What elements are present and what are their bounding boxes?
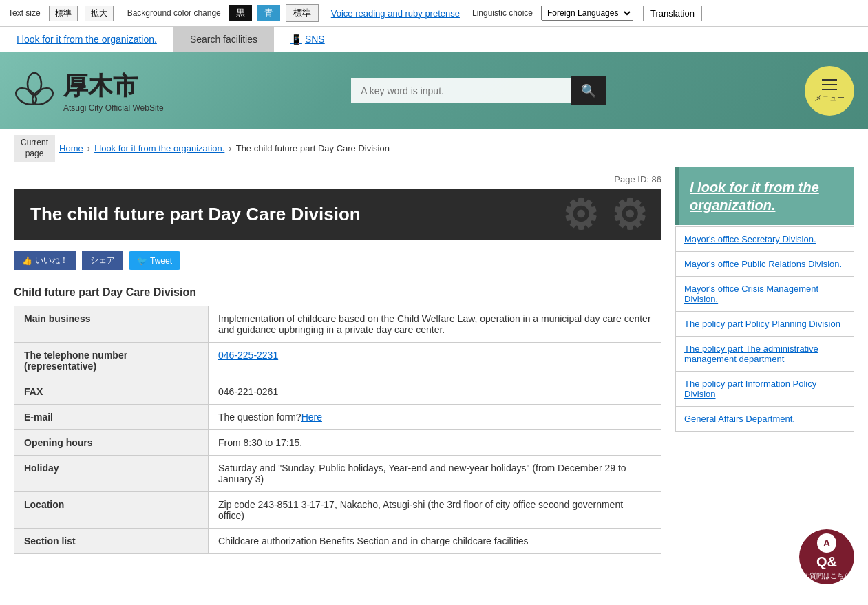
sidebar-links-list: Mayor's office Secretary Division.Mayor'… bbox=[675, 226, 854, 432]
sidebar-org-title[interactable]: I look for it from the organization. bbox=[690, 178, 843, 214]
table-row: The telephone number (representative)046… bbox=[14, 343, 661, 379]
table-row-content: From 8:30 to 17:15. bbox=[209, 430, 661, 456]
qa-letters: Q& bbox=[816, 554, 837, 570]
phone-link[interactable]: 046-225-2231 bbox=[218, 350, 278, 361]
table-row: Main businessImplementation of childcare… bbox=[14, 306, 661, 343]
table-row-header: Main business bbox=[14, 306, 209, 343]
table-row: E-mailThe question form?Here bbox=[14, 405, 661, 430]
table-row-content: 046-225-2231 bbox=[209, 343, 661, 379]
tab-organization[interactable]: I look for it from the organization. bbox=[0, 27, 173, 52]
bg-blue-btn[interactable]: 青 bbox=[257, 5, 280, 21]
table-row-content: Zip code 243-8511 3-17-17, Nakacho, Atsu… bbox=[209, 492, 661, 529]
tweet-button[interactable]: 🐦 Tweet bbox=[129, 251, 180, 270]
sidebar-link[interactable]: Mayor's office Crisis Management Divisio… bbox=[676, 277, 854, 311]
sidebar-link[interactable]: Mayor's office Secretary Division. bbox=[676, 227, 854, 251]
menu-button[interactable]: メニュー bbox=[805, 66, 854, 116]
site-header: 厚木市 Atsugi City Official WebSite 🔍 メニュー bbox=[0, 52, 868, 129]
voice-reading-link[interactable]: Voice reading and ruby pretense bbox=[331, 8, 460, 19]
breadcrumb-current: The child future part Day Care Division bbox=[236, 143, 390, 153]
facebook-like-button[interactable]: 👍 いいね！ bbox=[14, 251, 76, 270]
search-area: 🔍 bbox=[351, 76, 606, 105]
qa-avatar: A bbox=[817, 533, 836, 553]
table-row: Section listChildcare authorization Bene… bbox=[14, 529, 661, 554]
svg-point-0 bbox=[28, 73, 41, 95]
bg-standard-btn[interactable]: 標準 bbox=[286, 4, 319, 22]
tab-search-facilities[interactable]: Search facilities bbox=[173, 27, 274, 52]
list-item: The policy part Policy Planning Division bbox=[676, 312, 854, 337]
list-item: Mayor's office Public Relations Division… bbox=[676, 252, 854, 277]
current-page-badge: Current page bbox=[14, 135, 55, 162]
sidebar-link[interactable]: General Affairs Department. bbox=[676, 407, 854, 431]
menu-label: メニュー bbox=[814, 93, 845, 103]
section-heading: Child future part Day Care Division bbox=[14, 286, 661, 299]
content-area: Page ID: 86 The child future part Day Ca… bbox=[14, 167, 675, 568]
table-row-header: Opening hours bbox=[14, 430, 209, 456]
search-input[interactable] bbox=[351, 78, 571, 103]
search-button[interactable]: 🔍 bbox=[571, 76, 606, 105]
hamburger-icon bbox=[822, 79, 837, 90]
table-row-header: Location bbox=[14, 492, 209, 529]
sidebar-link[interactable]: The policy part Policy Planning Division bbox=[676, 312, 854, 336]
main-layout: Page ID: 86 The child future part Day Ca… bbox=[0, 167, 868, 588]
text-size-label: Text size bbox=[8, 8, 41, 18]
breadcrumb-sep-1: › bbox=[87, 143, 90, 153]
nav-tabs: I look for it from the organization. Sea… bbox=[0, 27, 868, 52]
bg-black-btn[interactable]: 黒 bbox=[229, 5, 252, 21]
page-id: Page ID: 86 bbox=[14, 174, 661, 184]
sidebar-link[interactable]: Mayor's office Public Relations Division… bbox=[676, 252, 854, 276]
list-item: The policy part The administrative manag… bbox=[676, 337, 854, 372]
qa-label: ご質問はこちら bbox=[803, 571, 851, 581]
table-row-content: The question form?Here bbox=[209, 405, 661, 430]
social-buttons: 👍 いいね！ シェア 🐦 Tweet bbox=[14, 251, 661, 270]
table-row-header: FAX bbox=[14, 379, 209, 405]
site-logo: 厚木市 Atsugi City Official WebSite bbox=[14, 70, 164, 113]
top-bar: Text size 標準 拡大 Background color change … bbox=[0, 0, 868, 27]
qa-button[interactable]: A Q& ご質問はこちら bbox=[799, 529, 854, 584]
sidebar-org-box: I look for it from the organization. bbox=[675, 167, 854, 225]
facebook-share-button[interactable]: シェア bbox=[82, 251, 123, 270]
linguistic-select[interactable]: Foreign Languages bbox=[541, 6, 633, 21]
list-item: Mayor's office Crisis Management Divisio… bbox=[676, 277, 854, 312]
logo-emblem-icon bbox=[14, 70, 55, 112]
table-row-content: 046-221-0261 bbox=[209, 379, 661, 405]
table-row: Opening hoursFrom 8:30 to 17:15. bbox=[14, 430, 661, 456]
page-title: The child future part Day Care Division bbox=[14, 189, 661, 240]
list-item: Mayor's office Secretary Division. bbox=[676, 227, 854, 252]
search-icon: 🔍 bbox=[581, 84, 596, 98]
breadcrumb-sep-2: › bbox=[229, 143, 231, 153]
table-row: LocationZip code 243-8511 3-17-17, Nakac… bbox=[14, 492, 661, 529]
logo-subtitle: Atsugi City Official WebSite bbox=[63, 103, 164, 113]
table-row-content: Childcare authorization Benefits Section… bbox=[209, 529, 661, 554]
thumbs-up-icon: 👍 bbox=[22, 256, 32, 266]
sidebar-link[interactable]: The policy part Information Policy Divis… bbox=[676, 372, 854, 406]
text-size-standard-btn[interactable]: 標準 bbox=[49, 6, 78, 21]
text-size-large-btn[interactable]: 拡大 bbox=[85, 6, 114, 21]
list-item: General Affairs Department. bbox=[676, 407, 854, 431]
breadcrumb-home-link[interactable]: Home bbox=[59, 143, 83, 153]
table-row-header: The telephone number (representative) bbox=[14, 343, 209, 379]
sidebar: I look for it from the organization. May… bbox=[675, 167, 854, 568]
breadcrumb: Current page Home › I look for it from t… bbox=[0, 129, 868, 167]
table-row-header: Holiday bbox=[14, 456, 209, 492]
table-row-header: Section list bbox=[14, 529, 209, 554]
translation-button[interactable]: Translation bbox=[643, 6, 702, 21]
bg-color-label: Background color change bbox=[127, 8, 221, 18]
sidebar-link[interactable]: The policy part The administrative manag… bbox=[676, 337, 854, 371]
list-item: The policy part Information Policy Divis… bbox=[676, 372, 854, 407]
table-row-content: Implementation of childcare based on the… bbox=[209, 306, 661, 343]
logo-city-name: 厚木市 bbox=[63, 70, 164, 103]
info-table: Main businessImplementation of childcare… bbox=[14, 306, 661, 554]
table-row: FAX046-221-0261 bbox=[14, 379, 661, 405]
table-row-header: E-mail bbox=[14, 405, 209, 430]
table-row-content: Saturday and "Sunday, Public holidays, Y… bbox=[209, 456, 661, 492]
tab-sns[interactable]: 📱 SNS bbox=[274, 27, 341, 52]
mobile-icon: 📱 bbox=[290, 34, 302, 45]
linguistic-label: Linguistic choice bbox=[472, 8, 533, 18]
email-link[interactable]: Here bbox=[301, 412, 322, 423]
twitter-icon: 🐦 bbox=[137, 256, 147, 266]
table-row: HolidaySaturday and "Sunday, Public holi… bbox=[14, 456, 661, 492]
breadcrumb-org-link[interactable]: I look for it from the organization. bbox=[94, 143, 224, 153]
